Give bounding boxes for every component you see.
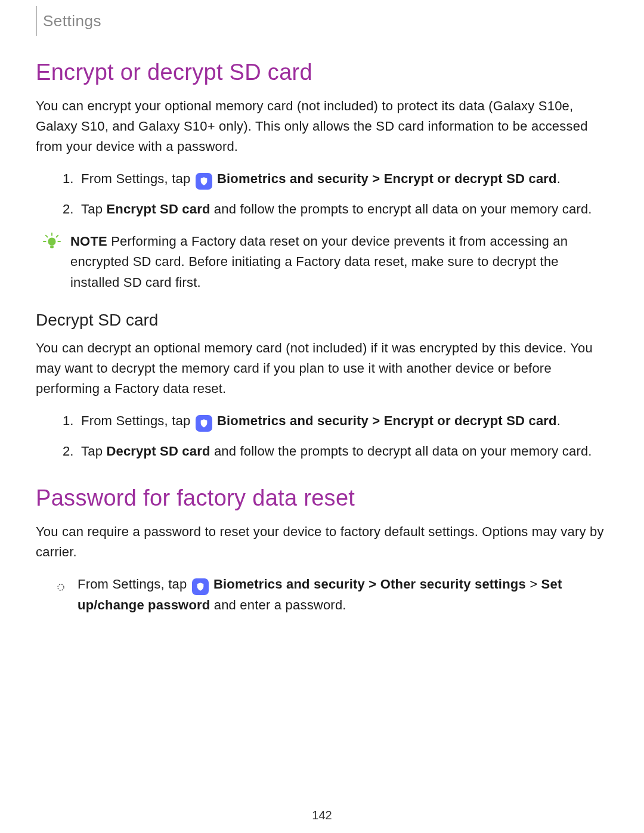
svg-point-5 xyxy=(48,238,55,246)
step-bold: Biometrics and security > Encrypt or dec… xyxy=(217,413,557,428)
step-text: Tap xyxy=(81,202,106,216)
note-block: NOTE Performing a Factory data reset on … xyxy=(36,231,608,292)
step-text: From Settings, tap xyxy=(81,171,194,186)
note-text: NOTE Performing a Factory data reset on … xyxy=(70,231,608,292)
step-text: From Settings, tap xyxy=(81,413,194,428)
bullet-mid: > xyxy=(526,577,541,592)
section-title-encrypt: Encrypt or decrypt SD card xyxy=(36,60,608,85)
shield-icon xyxy=(192,578,209,595)
note-label: NOTE xyxy=(70,234,107,249)
encrypt-step-1: From Settings, tap Biometrics and securi… xyxy=(78,169,608,190)
step-suffix: and follow the prompts to encrypt all da… xyxy=(210,202,592,216)
step-suffix: . xyxy=(557,413,561,428)
lightbulb-icon xyxy=(43,231,61,292)
bullet-bold-1: Biometrics and security > Other security… xyxy=(213,577,526,592)
bullet-suffix: and enter a password. xyxy=(210,597,346,612)
note-body: Performing a Factory data reset on your … xyxy=(70,234,568,289)
svg-point-7 xyxy=(58,584,64,590)
section-title-password: Password for factory data reset xyxy=(36,485,608,511)
decrypt-step-2: Tap Decrypt SD card and follow the promp… xyxy=(78,441,608,462)
header-label: Settings xyxy=(43,12,101,30)
header-rule xyxy=(36,6,37,36)
step-bold: Encrypt SD card xyxy=(106,202,210,216)
subsection-title-decrypt: Decrypt SD card xyxy=(36,311,608,330)
decrypt-steps: From Settings, tap Biometrics and securi… xyxy=(36,411,608,462)
step-text: Tap xyxy=(81,444,106,459)
bullet-text: From Settings, tap xyxy=(78,577,191,592)
svg-rect-6 xyxy=(50,246,54,249)
step-bold: Biometrics and security > Encrypt or dec… xyxy=(217,171,557,186)
circle-bullet-icon xyxy=(56,578,66,598)
password-intro: You can require a password to reset your… xyxy=(36,522,608,562)
shield-icon xyxy=(196,415,212,432)
shield-icon xyxy=(196,173,212,190)
decrypt-intro: You can decrypt an optional memory card … xyxy=(36,338,608,399)
encrypt-step-2: Tap Encrypt SD card and follow the promp… xyxy=(78,199,608,219)
svg-line-1 xyxy=(46,236,48,237)
step-bold: Decrypt SD card xyxy=(106,444,210,459)
password-bullet-1: From Settings, tap Biometrics and securi… xyxy=(56,574,608,615)
encrypt-steps: From Settings, tap Biometrics and securi… xyxy=(36,169,608,219)
step-suffix: . xyxy=(557,171,561,186)
encrypt-intro: You can encrypt your optional memory car… xyxy=(36,96,608,157)
svg-line-2 xyxy=(57,236,58,237)
page-number: 142 xyxy=(0,809,644,822)
password-bullets: From Settings, tap Biometrics and securi… xyxy=(36,574,608,615)
step-suffix: and follow the prompts to decrypt all da… xyxy=(210,444,592,459)
decrypt-step-1: From Settings, tap Biometrics and securi… xyxy=(78,411,608,432)
running-header: Settings xyxy=(36,6,608,36)
